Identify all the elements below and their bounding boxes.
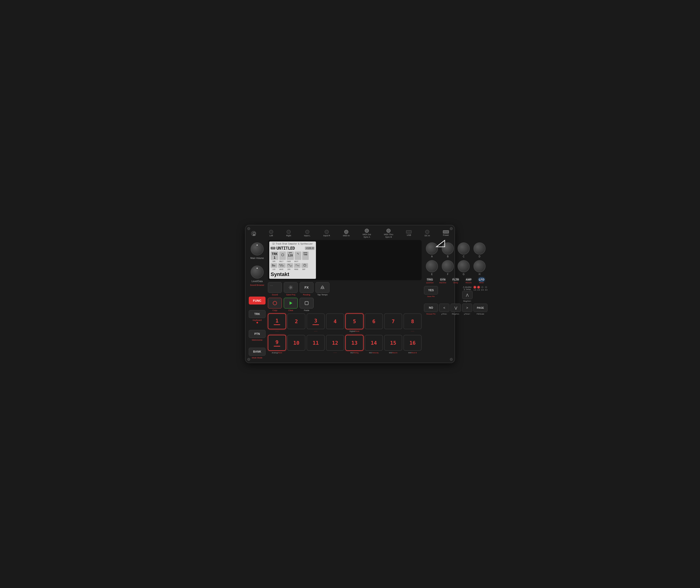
tap-tempo-button[interactable]: [315, 282, 329, 293]
sound-label: Sound: [272, 293, 278, 296]
metronome-label: Metronome: [252, 339, 263, 341]
connector-row: Left Right Input L Input R MIDI In MIDI …: [249, 228, 451, 240]
step-button-4[interactable]: 4: [326, 314, 344, 329]
step-button-9[interactable]: 9: [268, 335, 286, 351]
paste-button[interactable]: [300, 298, 314, 309]
connector-inputr-label: Input R: [323, 234, 330, 237]
yes-sublabel: Save Ptn: [427, 296, 435, 298]
page-ind-3: 3:4: [481, 286, 484, 291]
svg-rect-2: [254, 234, 255, 236]
step-button-16[interactable]: 16: [403, 335, 422, 351]
power-switch[interactable]: [443, 230, 449, 233]
page-ind-2: 2:4: [477, 286, 480, 291]
step-button-2[interactable]: 2: [287, 314, 305, 329]
input-r-jack: [325, 230, 329, 234]
save-proj-label: Save Proj: [286, 293, 295, 296]
copy-button[interactable]: [268, 298, 282, 309]
step10-sublabel: [287, 352, 305, 356]
encoder-f-label: F: [447, 273, 448, 275]
connector-dc: DC In: [425, 230, 430, 237]
midi-in-din: [344, 230, 348, 234]
encoder-g-knob[interactable]: [458, 260, 470, 272]
step-button-13[interactable]: 13: [345, 335, 364, 351]
syn-button[interactable]: SYN: [440, 278, 446, 281]
main-volume-knob[interactable]: [251, 242, 264, 255]
encoder-d-knob[interactable]: [473, 242, 486, 254]
keyboard-indicator: [256, 322, 258, 324]
trig-sublabel: Quantize: [426, 281, 434, 284]
nav-right-button[interactable]: >: [462, 304, 472, 312]
fltr-button[interactable]: FLTR: [452, 278, 459, 281]
svg-marker-13: [290, 302, 292, 305]
lcd-dest: BDMD TUNE: [302, 251, 309, 260]
steps-row-2: 9 10 11 12 13 14: [268, 335, 422, 351]
param-btn-row: TRIG Quantize SYN Machine FLTR Delay AMP…: [424, 278, 487, 284]
encoder-a-label: A: [431, 255, 433, 258]
input-l-jack: [305, 230, 309, 234]
step-button-14[interactable]: 14: [365, 335, 383, 351]
page-ind-1: 1:4: [474, 286, 476, 291]
nav-down-button[interactable]: ⋁: [451, 304, 461, 312]
clear-button[interactable]: [284, 298, 298, 309]
encoder-h-knob[interactable]: [473, 260, 486, 272]
encoder-f-knob[interactable]: [442, 260, 454, 272]
func-button[interactable]: FUNC: [249, 297, 266, 305]
encoder-b-label: B: [447, 255, 449, 258]
lfo-button[interactable]: LFO: [479, 278, 484, 281]
amp-button[interactable]: AMP: [465, 278, 472, 281]
lcd-sublabel-row2: LEV WAVE SPH MODE DEP: [271, 268, 315, 270]
step2-sublabel: [287, 330, 305, 334]
nav-left-button[interactable]: <: [439, 304, 449, 312]
lcd-sublabel-row1: SPD MULT FADE DEST: [271, 260, 315, 262]
step-button-11[interactable]: 11: [307, 335, 325, 351]
step-button-8[interactable]: 8: [403, 314, 422, 329]
bank-button[interactable]: BANK: [249, 348, 266, 356]
connector-midiin-label: MIDI In: [343, 234, 350, 237]
page-ind-4: 4:4: [485, 286, 487, 291]
trig-btn-group: TRIG Quantize: [424, 278, 436, 284]
nav-up-label: Rtrg/Oct+: [463, 300, 471, 302]
fltr-sublabel: Delay: [453, 281, 458, 284]
step-button-7[interactable]: 7: [384, 314, 402, 329]
left-column: Main Volume Level/Data Sound Browser FUN…: [249, 240, 266, 359]
fltr-btn-group: FLTR Delay: [450, 278, 462, 284]
step-button-10[interactable]: 10: [287, 335, 305, 351]
step-button-1[interactable]: 1: [268, 314, 286, 329]
encoder-e-knob[interactable]: [426, 260, 438, 272]
yes-button[interactable]: YES: [424, 286, 438, 295]
no-button[interactable]: NO: [424, 304, 438, 312]
sound-button[interactable]: [268, 282, 282, 293]
encoder-g: G: [458, 260, 470, 275]
step15-sublabel: M3/Mod A: [384, 352, 402, 356]
step-button-3[interactable]: 3: [307, 314, 325, 329]
lcd-subtitle: 12 Track Drum Computer & Synthesizer: [271, 243, 315, 245]
encoder-c-knob[interactable]: [458, 242, 470, 254]
step-button-6[interactable]: 6: [365, 314, 383, 329]
lcd-fade: ∿: [295, 251, 301, 260]
nav-down-group: ⋁ Rtrg/Oct-: [451, 304, 461, 315]
copy-btn-group: Copy: [268, 298, 282, 312]
tap-tempo-label: Tap Tempo: [317, 293, 328, 296]
ptn-button[interactable]: PTN: [249, 330, 266, 338]
step-button-12[interactable]: 12: [326, 335, 344, 351]
corner-screw-bl: [247, 358, 250, 361]
level-data-knob[interactable]: [251, 265, 264, 278]
save-proj-button[interactable]: [284, 282, 298, 293]
svg-line-4: [436, 240, 445, 247]
bank-section: BANK Mute Mode: [249, 348, 266, 359]
connector-midi-thru: MIDI ThruSync B: [384, 228, 393, 238]
trig-button[interactable]: TRIG: [427, 278, 433, 281]
nav-up-button[interactable]: ⋀: [462, 291, 473, 299]
connector-headphone: [251, 231, 256, 236]
lcd-bpm: ⚘120.0: [305, 246, 315, 250]
page-btn-group: PAGE Fill/Scale: [473, 304, 487, 315]
step-button-15[interactable]: 15: [384, 335, 402, 351]
connector-dc-label: DC In: [425, 234, 430, 237]
trk-button[interactable]: TRK: [249, 310, 266, 318]
connector-power-label: Power: [443, 234, 449, 236]
trk-section: TRK Keyboard: [249, 310, 266, 324]
encoder-row-top: A B C D: [424, 242, 487, 258]
step-button-5[interactable]: 5: [345, 314, 364, 329]
page-button[interactable]: PAGE: [473, 304, 487, 312]
routing-button[interactable]: FX: [300, 282, 314, 293]
